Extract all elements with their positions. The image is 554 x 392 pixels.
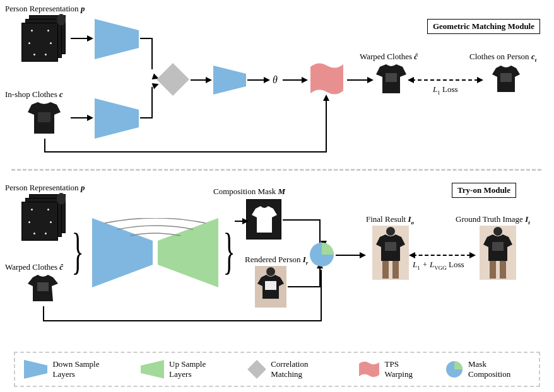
composition-mask-image [246, 199, 281, 239]
mask-composition-icon [445, 360, 463, 378]
rendered-person-image [255, 266, 286, 308]
svg-marker-1 [95, 19, 139, 59]
svg-rect-6 [500, 73, 512, 82]
output-brace-icon: } [223, 226, 235, 276]
downsample-block-bottom [95, 98, 139, 139]
mask-composition-block [309, 242, 334, 267]
ground-truth-label: Ground Truth Image It [456, 214, 530, 226]
module-divider [11, 169, 541, 171]
theta-label: θ [273, 74, 278, 86]
clothes-on-person-label: Clothes on Person ct [469, 52, 536, 63]
svg-marker-2 [95, 98, 139, 139]
svg-rect-0 [38, 112, 50, 122]
svg-marker-4 [213, 66, 246, 95]
svg-marker-16 [247, 360, 266, 379]
geometric-matching-module-title: Geometric Matching Module [427, 19, 540, 34]
combined-loss-label: L1 + LVGG Loss [413, 260, 464, 271]
svg-rect-10 [265, 281, 276, 290]
svg-marker-15 [141, 360, 164, 379]
tryon-module-title: Try-on Module [452, 183, 516, 198]
legend-correlation: Correlation Matching [247, 359, 341, 379]
legend: Down Sample Layers Up Sample Layers Corr… [14, 352, 540, 387]
tps-icon [358, 360, 380, 379]
warped-clothes-label-2: Warped Clothes ĉ [5, 262, 63, 272]
person-rep-label-2: Person Representation p [5, 183, 85, 193]
svg-marker-3 [156, 63, 189, 96]
legend-downsample: Down Sample Layers [24, 359, 123, 379]
legend-upsample: Up Sample Layers [141, 359, 230, 379]
correlation-matching-block [156, 63, 189, 96]
downsample-block-small [213, 66, 246, 95]
downsample-icon [24, 360, 47, 379]
person-rep-label: Person Representation p [5, 4, 85, 14]
svg-marker-14 [24, 360, 47, 379]
final-result-image [372, 226, 409, 280]
legend-mask-composition: Mask Composition [445, 359, 530, 379]
warped-tshirt-icon-2 [27, 274, 59, 304]
input-brace-icon: } [72, 226, 84, 276]
rendered-person-label: Rendered Person Ir [245, 255, 308, 266]
clothes-on-person-tshirt-icon [491, 64, 521, 95]
ground-truth-image [480, 226, 516, 280]
composition-mask-label: Composition Mask M [213, 187, 285, 197]
final-result-label: Final Result Io [366, 214, 414, 226]
encoder-decoder-block [92, 218, 218, 287]
inshop-clothes-label: In-shop Clothes c [5, 89, 63, 100]
warped-tshirt-icon [375, 63, 408, 96]
tps-warping-block [309, 61, 345, 97]
warped-clothes-label: Warped Clothes ĉ [360, 52, 418, 62]
downsample-block-top [95, 19, 139, 59]
svg-rect-12 [385, 242, 396, 251]
inshop-tshirt-icon [25, 101, 63, 137]
l1-loss-label: L1 Loss [433, 84, 458, 96]
correlation-icon [247, 360, 266, 379]
svg-rect-13 [492, 242, 504, 251]
svg-rect-7 [37, 282, 49, 291]
svg-rect-5 [386, 73, 397, 82]
legend-tps: TPS Warping [358, 359, 428, 379]
upsample-icon [141, 360, 164, 379]
